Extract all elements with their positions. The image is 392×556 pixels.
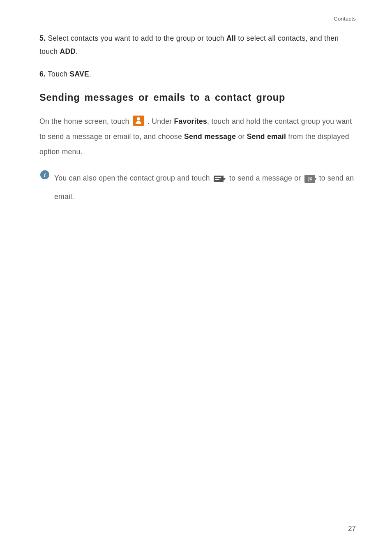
message-icon-tail: [224, 178, 226, 180]
message-icon: [214, 176, 224, 182]
paragraph-main: On the home screen, touch . Under Favori…: [39, 114, 356, 159]
step-6-number: 6.: [39, 70, 46, 78]
note-text-a: You can also open the contact group and …: [54, 174, 212, 182]
note-text-container: You can also open the contact group and …: [54, 169, 356, 206]
step-6-period: .: [89, 70, 91, 78]
para-bold-sendemail: Send email: [247, 132, 286, 141]
step-6: 6. Touch SAVE.: [39, 67, 356, 81]
para-bold-sendmsg: Send message: [184, 132, 236, 141]
section-heading: Sending messages or emails to a contact …: [39, 92, 356, 103]
step-6-text-a: Touch: [48, 70, 69, 78]
info-icon: i: [40, 170, 49, 179]
step-5-text-a: Select contacts you want to add to the g…: [48, 34, 226, 42]
step-6-bold-save: SAVE: [69, 70, 89, 78]
step-5-number: 5.: [39, 34, 46, 42]
step-5-period: .: [76, 47, 78, 56]
step-5: 5. Select contacts you want to add to th…: [39, 32, 356, 58]
email-icon: [304, 175, 315, 183]
note-text-b: to send a message or: [227, 174, 303, 182]
step-5-bold-all: All: [226, 34, 236, 42]
info-note: i You can also open the contact group an…: [39, 169, 356, 206]
step-5-bold-add: ADD: [60, 47, 76, 56]
para-bold-favorites: Favorites: [174, 117, 208, 125]
section-header-label: Contacts: [39, 16, 356, 22]
page-number: 27: [348, 525, 356, 533]
para-text-b: . Under: [145, 117, 174, 125]
para-text-d: or: [236, 132, 247, 141]
contacts-app-icon: [133, 116, 144, 126]
para-text-a: On the home screen, touch: [39, 117, 131, 125]
